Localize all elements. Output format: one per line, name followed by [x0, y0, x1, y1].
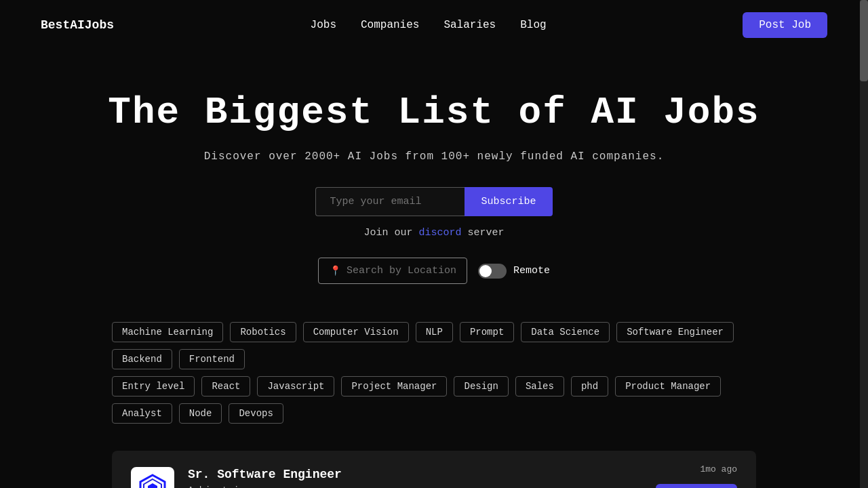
tag-robotics[interactable]: Robotics: [230, 322, 296, 342]
subscribe-row: Subscribe: [14, 187, 854, 216]
hero-subtitle: Discover over 2000+ AI Jobs from 100+ ne…: [14, 150, 854, 163]
brand-logo[interactable]: BestAIJobs: [41, 18, 114, 32]
tag-phd[interactable]: phd: [571, 376, 608, 396]
remote-toggle: Remote: [478, 264, 550, 279]
job-time-ago: 1mo ago: [700, 464, 737, 474]
tag-machine-learning[interactable]: Machine Learning: [112, 322, 223, 342]
scrollbar-thumb[interactable]: [860, 0, 868, 81]
nav-salaries[interactable]: Salaries: [443, 19, 496, 31]
job-info: Sr. Software Engineer Ambientai San Jose…: [188, 468, 642, 488]
apply-button[interactable]: Apply: [656, 484, 737, 488]
job-meta: 1mo ago Apply: [656, 464, 737, 488]
tag-devops[interactable]: Devops: [229, 403, 283, 424]
tags-row-2: Entry level React Javascript Project Man…: [112, 376, 756, 424]
discord-row: Join our discord server: [14, 227, 854, 239]
tag-software-engineer[interactable]: Software Engineer: [616, 322, 734, 342]
tag-javascript[interactable]: Javascript: [257, 376, 334, 396]
tag-product-manager[interactable]: Product Manager: [615, 376, 721, 396]
nav-blog[interactable]: Blog: [520, 19, 546, 31]
company-logo-svg: [136, 472, 169, 489]
email-input[interactable]: [315, 187, 465, 216]
discord-link[interactable]: discord: [418, 227, 461, 239]
nav-companies[interactable]: Companies: [361, 19, 419, 31]
tag-backend[interactable]: Backend: [112, 349, 172, 369]
hero-section: The Biggest List of AI Jobs Discover ove…: [0, 50, 868, 322]
job-card: Sr. Software Engineer Ambientai San Jose…: [112, 451, 756, 488]
remote-label: Remote: [513, 265, 550, 277]
navbar: BestAIJobs Jobs Companies Salaries Blog …: [0, 0, 868, 50]
hero-title: The Biggest List of AI Jobs: [14, 91, 854, 134]
nav-jobs[interactable]: Jobs: [311, 19, 336, 31]
tag-data-science[interactable]: Data Science: [521, 322, 610, 342]
location-input[interactable]: [347, 265, 456, 277]
tag-analyst[interactable]: Analyst: [112, 403, 172, 424]
discord-text-before: Join our: [363, 227, 412, 239]
tag-design[interactable]: Design: [454, 376, 508, 396]
svg-marker-2: [148, 483, 157, 489]
tag-computer-vision[interactable]: Computer Vision: [303, 322, 409, 342]
tags-section: Machine Learning Robotics Computer Visio…: [0, 322, 868, 424]
job-company: Ambientai: [188, 485, 642, 488]
scrollbar-track[interactable]: [860, 0, 868, 488]
job-title: Sr. Software Engineer: [188, 468, 642, 481]
tag-nlp[interactable]: NLP: [416, 322, 453, 342]
tag-entry-level[interactable]: Entry level: [112, 376, 195, 396]
location-icon: 📍: [330, 265, 341, 277]
post-job-button[interactable]: Post Job: [743, 12, 827, 38]
discord-text-after: server: [468, 227, 505, 239]
tag-node[interactable]: Node: [179, 403, 222, 424]
tag-frontend[interactable]: Frontend: [179, 349, 245, 369]
tag-prompt[interactable]: Prompt: [460, 322, 514, 342]
location-input-wrap: 📍: [318, 258, 467, 284]
jobs-section: Sr. Software Engineer Ambientai San Jose…: [0, 451, 868, 488]
company-logo: [131, 467, 174, 489]
location-row: 📍 Remote: [14, 258, 854, 284]
tags-row-1: Machine Learning Robotics Computer Visio…: [112, 322, 756, 369]
subscribe-button[interactable]: Subscribe: [465, 187, 552, 216]
tag-project-manager[interactable]: Project Manager: [341, 376, 447, 396]
tag-react[interactable]: React: [201, 376, 250, 396]
remote-toggle-switch[interactable]: [478, 264, 507, 279]
tag-sales[interactable]: Sales: [515, 376, 564, 396]
